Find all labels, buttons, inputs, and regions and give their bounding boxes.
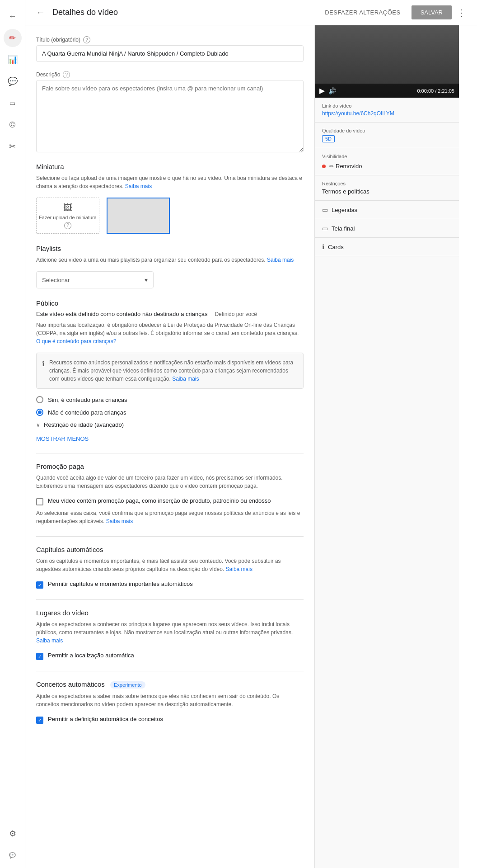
- info-box-learn-more[interactable]: Saiba mais: [172, 376, 199, 382]
- captions-label: Legendas: [332, 207, 357, 213]
- sidebar-copyright[interactable]: ©: [4, 116, 22, 134]
- promo-checkbox[interactable]: [36, 498, 43, 505]
- playlist-section: Playlists Adicione seu vídeo a uma ou ma…: [36, 245, 304, 288]
- visibility-section: Visibilidade ✏ Removido: [315, 148, 459, 175]
- location-checkbox[interactable]: ✓: [36, 653, 43, 660]
- thumbnail-upload-btn[interactable]: 🖼 Fazer upload de miniatura ?: [36, 198, 99, 234]
- visibility-value: Removido: [336, 163, 362, 170]
- video-link-value[interactable]: https://youtu.be/6Ch2qOIiLYM: [322, 110, 452, 117]
- title-label: Título (obrigatório) ?: [36, 36, 304, 43]
- quality-label: Qualidade do vídeo: [322, 128, 452, 133]
- chevron-down-icon: ∨: [36, 422, 40, 428]
- cards-action[interactable]: ℹ Cards: [315, 238, 459, 256]
- playlists-title: Playlists: [36, 245, 304, 252]
- restrictions-section: Restrições Termos e políticas: [315, 175, 459, 201]
- show-less-button[interactable]: MOSTRAR MENOS: [36, 435, 304, 442]
- thumbnail-section: Miniatura Selecione ou faça upload de um…: [36, 163, 304, 234]
- title-field: Título (obrigatório) ?: [36, 36, 304, 62]
- title-input[interactable]: [36, 45, 304, 62]
- play-button[interactable]: ▶: [319, 86, 325, 95]
- more-button[interactable]: ⋮: [457, 7, 466, 18]
- promo-confirm-text: Ao selecionar essa caixa, você confirma …: [36, 509, 304, 525]
- end-screen-icon: ▭: [322, 225, 328, 232]
- visibility-dot: [322, 165, 326, 168]
- thumbnail-learn-more[interactable]: Saiba mais: [125, 183, 152, 189]
- chapters-desc: Com os capítulos e momentos importantes,…: [36, 557, 304, 573]
- radio-yes[interactable]: Sim, é conteúdo para crianças: [36, 396, 304, 403]
- chapters-learn-more[interactable]: Saiba mais: [226, 566, 253, 572]
- upload-icon: 🖼: [63, 203, 72, 213]
- sidebar-subtitles[interactable]: ▭: [4, 94, 22, 112]
- thumbnail-options: 🖼 Fazer upload de miniatura ?: [36, 198, 304, 234]
- description-info-icon[interactable]: ?: [63, 71, 70, 78]
- description-input[interactable]: [36, 80, 304, 152]
- concepts-desc: Ajude os espectadores a saber mais sobre…: [36, 692, 304, 708]
- undo-button[interactable]: DESFAZER ALTERAÇÕES: [319, 5, 406, 19]
- description-field: Descrição ?: [36, 71, 304, 154]
- video-link-section: Link do vídeo https://youtu.be/6Ch2qOIiL…: [315, 98, 459, 123]
- age-restriction[interactable]: ∨ Restrição de idade (avançado): [36, 421, 304, 428]
- audience-row: Este vídeo está definido como conteúdo n…: [36, 311, 304, 317]
- concepts-section: Conceitos automáticos Experimento Ajude …: [36, 680, 304, 724]
- captions-action[interactable]: ▭ Legendas: [315, 201, 459, 219]
- audience-defined-by: Definido por você: [215, 311, 257, 317]
- chapters-checkbox[interactable]: ✓: [36, 581, 43, 589]
- header-actions: DESFAZER ALTERAÇÕES SALVAR ⋮: [319, 5, 466, 19]
- page-title: Detalhes do vídeo: [52, 8, 319, 17]
- promo-desc: Quando você aceita algo de valor de um t…: [36, 474, 304, 490]
- header: ← Detalhes do vídeo DESFAZER ALTERAÇÕES …: [25, 0, 477, 25]
- video-link[interactable]: https://youtu.be/6Ch2qOIiLYM: [322, 110, 394, 117]
- content-layout: Título (obrigatório) ? Descrição ? Minia…: [25, 25, 477, 868]
- experiment-badge: Experimento: [110, 681, 145, 689]
- radio-yes-btn[interactable]: [36, 396, 43, 403]
- audience-learn-more[interactable]: O que é conteúdo para crianças?: [36, 338, 116, 344]
- end-screen-label: Tela final: [332, 225, 355, 232]
- restrictions-value: Termos e políticas: [322, 188, 452, 195]
- sidebar-settings[interactable]: ⚙: [4, 825, 22, 843]
- promo-title: Promoção paga: [36, 462, 304, 470]
- sidebar-tools[interactable]: ✂: [4, 137, 22, 156]
- video-link-label: Link do vídeo: [322, 103, 452, 108]
- sidebar-analytics[interactable]: 📊: [4, 51, 22, 69]
- radio-no[interactable]: Não é conteúdo para crianças: [36, 409, 304, 416]
- info-box-icon: ℹ: [42, 359, 45, 383]
- chapters-checkbox-row[interactable]: ✓ Permitir capítulos e momentos importan…: [36, 580, 304, 589]
- title-info-icon[interactable]: ?: [83, 36, 90, 43]
- cards-icon: ℹ: [322, 243, 324, 250]
- main-container: ← Detalhes do vídeo DESFAZER ALTERAÇÕES …: [25, 0, 477, 868]
- info-box: ℹ Recursos como anúncios personalizados …: [36, 353, 304, 389]
- sidebar-comments[interactable]: 💬: [4, 72, 22, 90]
- promo-checkbox-row[interactable]: Meu vídeo contém promoção paga, como ins…: [36, 497, 304, 505]
- save-button[interactable]: SALVAR: [412, 5, 452, 19]
- back-button[interactable]: ←: [36, 7, 45, 18]
- visibility-status: ✏ Removido: [322, 163, 452, 170]
- description-label: Descrição ?: [36, 71, 304, 78]
- audience-desc: Não importa sua localização, é obrigatór…: [36, 321, 304, 345]
- thumbnail-desc: Selecione ou faça upload de uma imagem q…: [36, 174, 304, 190]
- concepts-checkbox-row[interactable]: ✓ Permitir a definição automática de con…: [36, 716, 304, 724]
- promo-learn-more[interactable]: Saiba mais: [106, 518, 133, 524]
- radio-no-btn[interactable]: [36, 409, 43, 416]
- concepts-title: Conceitos automáticos Experimento: [36, 680, 304, 689]
- playlist-select[interactable]: Selecionar ▾: [36, 271, 154, 288]
- thumbnail-info-icon[interactable]: ?: [64, 222, 71, 229]
- video-time: 0:00:00 / 2:21:05: [340, 88, 454, 94]
- sidebar-edit[interactable]: ✏: [4, 29, 22, 47]
- thumbnail-title: Miniatura: [36, 163, 304, 170]
- end-screen-action[interactable]: ▭ Tela final: [315, 219, 459, 238]
- pencil-icon: ✏: [329, 163, 334, 170]
- cards-label: Cards: [328, 244, 344, 250]
- sidebar: ← ✏ 📊 💬 ▭ © ✂ ⚙ 💬: [0, 0, 25, 868]
- restrictions-label: Restrições: [322, 181, 452, 186]
- volume-icon[interactable]: 🔊: [328, 87, 336, 94]
- playlists-learn-more[interactable]: Saiba mais: [267, 257, 294, 263]
- sidebar-back[interactable]: ←: [4, 7, 22, 25]
- location-learn-more[interactable]: Saiba mais: [36, 637, 63, 644]
- location-section: Lugares do vídeo Ajude os espectadores a…: [36, 609, 304, 660]
- concepts-checkbox[interactable]: ✓: [36, 717, 43, 724]
- sidebar-feedback[interactable]: 💬: [4, 846, 22, 864]
- location-checkbox-row[interactable]: ✓ Permitir a localização automática: [36, 652, 304, 660]
- thumbnail-preview[interactable]: [107, 198, 170, 234]
- playlists-desc: Adicione seu vídeo a uma ou mais playlis…: [36, 256, 304, 264]
- audience-title: Público: [36, 299, 304, 307]
